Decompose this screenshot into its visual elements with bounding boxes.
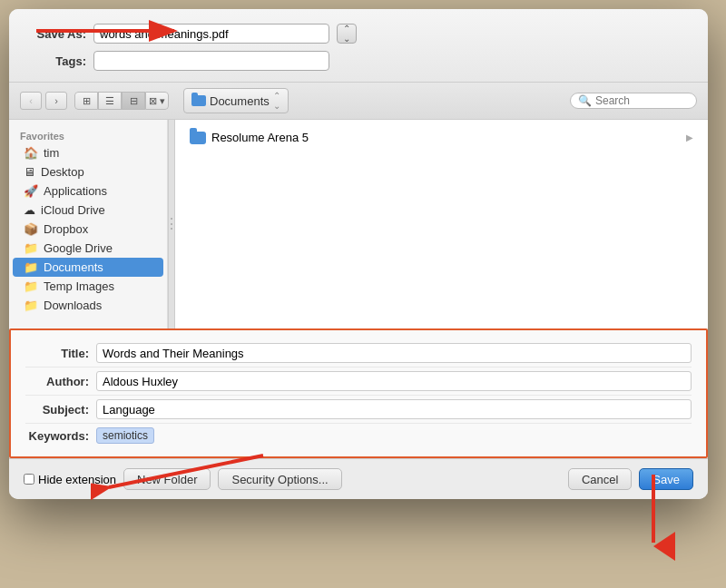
location-chevron-icon: ⌃⌄ [273,91,280,111]
sidebar-item-label: Documents [44,260,103,274]
title-label: Title: [25,347,89,360]
content-area: Favorites 🏠 tim 🖥 Desktop 🚀 Applications… [9,120,708,328]
keyword-tag[interactable]: semiotics [96,427,154,444]
keywords-row: Keywords: semiotics [25,424,692,447]
folder-icon: 📁 [24,279,38,293]
file-browser: Resolume Arena 5 ▶ [175,120,708,328]
back-button[interactable]: ‹ [20,92,42,110]
sidebar-item-icloud[interactable]: ☁ iCloud Drive [13,201,163,220]
author-input[interactable] [96,371,692,391]
keyword-text: semiotics [103,429,148,442]
sidebar-item-label: Downloads [44,299,102,312]
author-label: Author: [25,375,89,388]
view-icon-button[interactable]: ⊞ [74,92,98,110]
view-list-button[interactable]: ☰ [98,92,122,110]
hide-extension-checkbox[interactable] [24,474,34,485]
title-input[interactable] [96,343,692,363]
sidebar-item-googledrive[interactable]: 📁 Google Drive [13,239,163,258]
tags-label: Tags: [27,54,86,68]
folder-icon [190,132,206,144]
location-selector[interactable]: Documents ⌃⌄ [183,88,289,113]
view-coverflow-button[interactable]: ⊠ ▾ [145,92,169,110]
view-options: ⊞ ☰ ⊟ ⊠ ▾ [74,92,169,110]
save-dialog: Save As: ⌃⌄ Tags: ‹ › ⊞ ☰ ⊟ ⊠ ▾ Document… [9,9,708,499]
location-folder-icon [191,95,206,106]
metadata-section: Title: Author: Subject: Keywords: semiot… [9,328,708,458]
sidebar-item-tim[interactable]: 🏠 tim [13,143,163,162]
file-name: Resolume Arena 5 [211,131,309,144]
sidebar-item-label: tim [44,146,59,160]
cancel-button[interactable]: Cancel [568,468,632,490]
sidebar-item-label: iCloud Drive [41,203,105,217]
subject-row: Subject: [25,396,692,424]
sidebar-item-label: Applications [44,184,107,198]
security-options-button[interactable]: Security Options... [218,468,341,490]
folder-icon: 📁 [24,299,38,312]
disclosure-arrow-icon: ▶ [686,132,693,142]
subject-input[interactable] [96,399,692,419]
sidebar-item-label: Desktop [41,165,84,179]
desktop-icon: 🖥 [24,165,35,179]
folder-icon: 📁 [24,241,38,255]
save-as-input[interactable] [93,24,329,44]
location-label: Documents [210,94,270,108]
keywords-container: semiotics [96,427,692,444]
home-icon: 🏠 [24,146,38,160]
favorites-label: Favorites [9,127,167,143]
dropbox-icon: 📦 [24,222,38,236]
sidebar-item-downloads[interactable]: 📁 Downloads [13,296,163,315]
search-input[interactable] [595,94,686,107]
hide-extension-wrapper[interactable]: Hide extension [24,473,116,486]
tags-input[interactable] [93,51,329,71]
sidebar-item-label: Dropbox [44,222,88,236]
subject-label: Subject: [25,403,89,416]
sidebar-item-label: Temp Images [44,279,114,293]
bottom-bar: Hide extension New Folder Security Optio… [9,458,708,499]
hide-extension-label: Hide extension [38,473,116,486]
dialog-header: Save As: ⌃⌄ Tags: [9,9,708,83]
save-as-label: Save As: [27,27,86,41]
keywords-label: Keywords: [25,429,89,443]
applications-icon: 🚀 [24,184,38,198]
expand-collapse-button[interactable]: ⌃⌄ [337,24,357,44]
view-column-button[interactable]: ⊟ [122,92,145,110]
search-bar: 🔍 [570,93,697,109]
author-row: Author: [25,368,692,396]
list-item[interactable]: Resolume Arena 5 ▶ [182,127,701,148]
title-row: Title: [25,339,692,368]
forward-button[interactable]: › [45,92,67,110]
sidebar-item-desktop[interactable]: 🖥 Desktop [13,162,163,181]
sidebar-item-label: Google Drive [44,241,113,255]
icloud-icon: ☁ [24,203,35,217]
folder-icon: 📁 [24,260,38,274]
sidebar: Favorites 🏠 tim 🖥 Desktop 🚀 Applications… [9,120,168,328]
new-folder-button[interactable]: New Folder [123,468,211,490]
toolbar: ‹ › ⊞ ☰ ⊟ ⊠ ▾ Documents ⌃⌄ 🔍 [9,83,708,120]
resize-handle[interactable]: ⋮ [168,120,175,328]
search-icon: 🔍 [578,94,592,107]
sidebar-item-applications[interactable]: 🚀 Applications [13,181,163,201]
save-button[interactable]: Save [639,468,693,490]
sidebar-item-documents[interactable]: 📁 Documents [13,258,163,277]
sidebar-item-dropbox[interactable]: 📦 Dropbox [13,220,163,239]
sidebar-item-tempimages[interactable]: 📁 Temp Images [13,277,163,296]
